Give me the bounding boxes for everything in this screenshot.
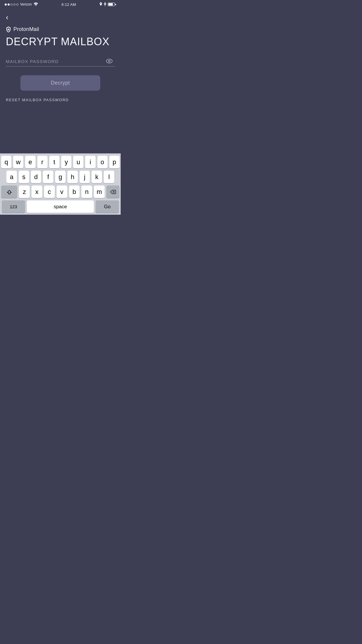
key-go[interactable]: Go (96, 200, 119, 213)
key-g[interactable]: g (55, 171, 66, 183)
key-f[interactable]: f (43, 171, 53, 183)
key-o[interactable]: o (97, 156, 108, 168)
keyboard-row-1: q w e r t y u i o p (1, 156, 120, 168)
brand-name-label: ProtonMail (13, 26, 39, 32)
key-shift[interactable] (1, 186, 17, 198)
key-a[interactable]: a (6, 171, 17, 183)
toggle-password-visibility-button[interactable] (105, 57, 114, 66)
key-z[interactable]: z (19, 186, 30, 198)
key-x[interactable]: x (31, 186, 42, 198)
key-h[interactable]: h (67, 171, 78, 183)
dot-4 (13, 4, 15, 6)
svg-rect-2 (8, 28, 9, 29)
key-d[interactable]: d (31, 171, 41, 183)
svg-point-3 (106, 59, 112, 63)
page-title: DECRYPT MAILBOX (6, 35, 115, 48)
protonmail-logo-icon (6, 27, 11, 32)
location-icon (99, 2, 102, 7)
key-e[interactable]: e (25, 156, 35, 168)
key-w[interactable]: w (13, 156, 23, 168)
svg-point-4 (108, 60, 110, 62)
app-content: ‹ ProtonMail DECRYPT MAILBOX Decrypt RES… (0, 8, 121, 133)
key-y[interactable]: y (61, 156, 71, 168)
mailbox-password-input[interactable] (6, 57, 115, 66)
key-t[interactable]: t (49, 156, 59, 168)
decrypt-button[interactable]: Decrypt (20, 75, 100, 91)
key-numbers[interactable]: 123 (2, 200, 25, 213)
status-bar: Verizon 6:12 AM (0, 0, 121, 8)
keyboard: q w e r t y u i o p a s d f g h j k l z … (0, 153, 121, 215)
status-right (99, 2, 116, 7)
key-p[interactable]: p (109, 156, 120, 168)
key-j[interactable]: j (80, 171, 90, 183)
keyboard-row-3: z x c v b n m (1, 186, 120, 198)
key-i[interactable]: i (85, 156, 95, 168)
key-n[interactable]: n (81, 186, 92, 198)
status-time: 6:12 AM (61, 2, 76, 7)
dot-2 (8, 4, 10, 6)
dot-3 (10, 4, 13, 6)
keyboard-bottom-row: 123 space Go (1, 200, 120, 213)
bluetooth-icon (104, 2, 106, 7)
signal-dots (5, 4, 18, 6)
reset-mailbox-password-link[interactable]: RESET MAILBOX PASSWORD (6, 98, 69, 102)
key-r[interactable]: r (37, 156, 48, 168)
carrier-label: Verizon (20, 2, 32, 6)
key-k[interactable]: k (92, 171, 102, 183)
svg-point-0 (36, 5, 36, 6)
key-space[interactable]: space (27, 200, 94, 213)
status-left: Verizon (5, 2, 38, 7)
dot-5 (16, 4, 18, 6)
key-v[interactable]: v (57, 186, 67, 198)
keyboard-row-2: a s d f g h j k l (1, 171, 120, 183)
wifi-icon (34, 2, 38, 7)
key-b[interactable]: b (69, 186, 80, 198)
key-q[interactable]: q (1, 156, 11, 168)
key-u[interactable]: u (73, 156, 83, 168)
key-m[interactable]: m (94, 186, 105, 198)
battery-indicator (108, 3, 116, 6)
back-button[interactable]: ‹ (6, 11, 8, 23)
password-field-wrapper (6, 57, 115, 66)
key-s[interactable]: s (19, 171, 29, 183)
back-chevron-icon: ‹ (6, 13, 8, 21)
key-delete[interactable] (106, 186, 120, 198)
key-c[interactable]: c (44, 186, 55, 198)
dot-1 (5, 4, 7, 6)
key-l[interactable]: l (104, 171, 114, 183)
brand-row: ProtonMail (6, 26, 115, 32)
